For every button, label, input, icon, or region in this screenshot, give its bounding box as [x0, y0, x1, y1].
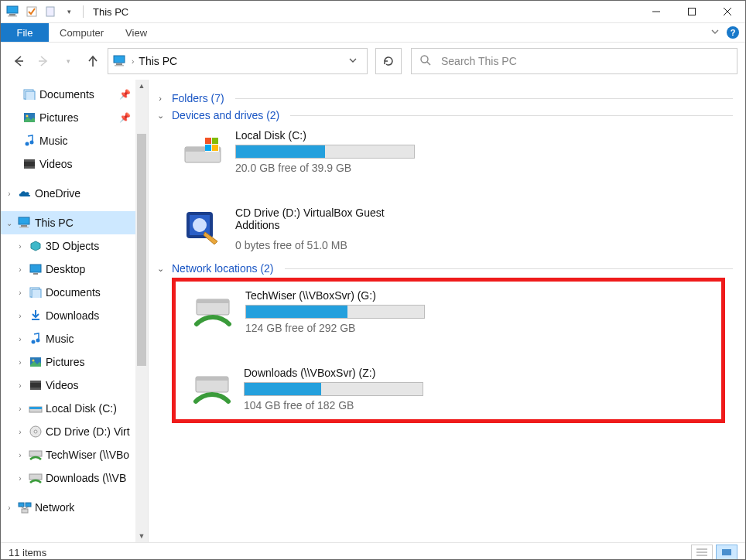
3dobjects-icon: [29, 239, 43, 253]
refresh-button[interactable]: [375, 48, 402, 74]
qat-dropdown-icon[interactable]: ▾: [61, 4, 77, 19]
tree-network[interactable]: › Network: [1, 496, 135, 519]
scrollbar-thumb[interactable]: [137, 134, 146, 366]
close-button[interactable]: [710, 1, 745, 22]
view-details-button[interactable]: [691, 545, 713, 560]
svg-point-34: [32, 340, 36, 344]
collapse-icon[interactable]: ⌄: [4, 219, 15, 227]
tree-downloads[interactable]: ›Downloads: [1, 304, 135, 327]
videos-icon: [29, 378, 43, 392]
title-separator: [83, 5, 84, 18]
tree-network-drive-g[interactable]: ›TechWiser (\\VBo: [1, 443, 135, 466]
svg-rect-47: [19, 503, 24, 507]
capacity-bar: [245, 305, 425, 319]
address-history-dropdown[interactable]: [344, 56, 362, 67]
quick-access-documents[interactable]: Documents 📌: [1, 83, 135, 106]
tree-desktop[interactable]: ›Desktop: [1, 258, 135, 281]
svg-rect-2: [8, 15, 17, 17]
computer-tab[interactable]: Computer: [49, 23, 115, 42]
network-icon: [18, 500, 32, 514]
tree-pictures[interactable]: ›Pictures: [1, 350, 135, 374]
tree-onedrive[interactable]: › OneDrive: [1, 182, 135, 205]
address-bar[interactable]: › This PC: [108, 48, 368, 74]
tree-local-disk[interactable]: ›Local Disk (C:): [1, 397, 135, 420]
network-drive-g[interactable]: TechWiser (\\VBoxSvr) (G:) 124 GB free o…: [188, 285, 457, 339]
drive-name: CD Drive (D:) VirtualBox Guest Additions: [235, 207, 429, 231]
svg-rect-65: [196, 377, 228, 381]
capacity-bar: [235, 145, 415, 159]
breadcrumb-location[interactable]: This PC: [139, 55, 177, 67]
svg-rect-69: [722, 549, 731, 555]
expand-icon[interactable]: ›: [4, 190, 15, 198]
drive-name: Local Disk (C:): [235, 129, 475, 142]
network-drive-z[interactable]: Downloads (\\VBoxSvr) (Z:) 104 GB free o…: [188, 362, 426, 416]
tree-3d-objects[interactable]: ›3D Objects: [1, 234, 135, 258]
drive-local-disk-c[interactable]: Local Disk (C:) 20.0 GB free of 39.9 GB: [178, 125, 478, 179]
pictures-icon: [22, 111, 36, 125]
svg-rect-49: [22, 509, 28, 513]
svg-point-35: [36, 339, 40, 343]
onedrive-icon: [18, 186, 32, 200]
quick-access-videos[interactable]: Videos: [1, 152, 135, 176]
qat-properties-icon[interactable]: [24, 4, 39, 19]
scroll-down-icon[interactable]: ▼: [135, 530, 148, 542]
status-item-count: 11 items: [9, 547, 46, 558]
svg-point-15: [421, 56, 428, 63]
svg-point-44: [34, 430, 37, 433]
view-tab[interactable]: View: [115, 23, 158, 42]
quick-access-pictures[interactable]: Pictures 📌: [1, 106, 135, 129]
svg-rect-13: [116, 63, 122, 65]
documents-icon: [29, 285, 43, 299]
svg-point-22: [30, 141, 34, 145]
tree-this-pc[interactable]: ⌄ This PC: [1, 211, 135, 234]
pictures-icon: [29, 355, 43, 369]
svg-rect-1: [9, 14, 15, 15]
cd-drive-icon: [181, 207, 224, 250]
drive-cd-d[interactable]: CD Drive (D:) VirtualBox Guest Additions…: [178, 202, 432, 256]
scroll-up-icon[interactable]: ▲: [135, 80, 148, 92]
view-large-icons-button[interactable]: [716, 545, 737, 560]
svg-rect-18: [26, 91, 35, 100]
svg-rect-32: [32, 289, 41, 298]
drive-free-text: 104 GB free of 182 GB: [244, 399, 423, 411]
tree-network-drive-z[interactable]: ›Downloads (\\VB: [1, 466, 135, 490]
tree-documents[interactable]: ›Documents: [1, 281, 135, 304]
search-box[interactable]: [411, 48, 737, 74]
group-network[interactable]: ⌄ Network locations (2): [155, 262, 733, 275]
group-devices[interactable]: ⌄ Devices and drives (2): [155, 109, 733, 121]
search-input[interactable]: [440, 54, 729, 68]
videos-icon: [22, 157, 36, 171]
pc-icon: [113, 54, 127, 68]
qat-new-icon[interactable]: [43, 4, 58, 19]
content-pane: › Folders (7) ⌄ Devices and drives (2) L…: [149, 80, 745, 542]
recent-dropdown[interactable]: ▾: [58, 51, 78, 71]
breadcrumb-caret-icon[interactable]: ›: [132, 57, 134, 66]
ribbon-collapse-icon[interactable]: [710, 26, 720, 39]
up-button[interactable]: [83, 51, 103, 71]
svg-rect-46: [29, 474, 42, 480]
tree-cd-drive[interactable]: ›CD Drive (D:) Virt: [1, 420, 135, 443]
forward-button[interactable]: [33, 51, 53, 71]
window-title: This PC: [90, 6, 128, 18]
group-folders[interactable]: › Folders (7): [155, 92, 733, 104]
svg-rect-27: [21, 225, 27, 227]
network-drive-icon: [191, 289, 234, 333]
svg-point-61: [193, 218, 207, 232]
svg-rect-39: [30, 381, 41, 383]
pin-icon: 📌: [119, 112, 131, 123]
chevron-right-icon: ›: [155, 94, 166, 103]
drive-name: TechWiser (\\VBoxSvr) (G:): [245, 289, 454, 302]
search-icon: [419, 54, 432, 69]
tree-music[interactable]: ›Music: [1, 327, 135, 350]
app-icon: [5, 4, 21, 19]
music-icon: [22, 134, 36, 148]
back-button[interactable]: [9, 51, 29, 71]
minimize-button[interactable]: [638, 1, 674, 22]
file-tab[interactable]: File: [1, 23, 49, 42]
maximize-button[interactable]: [674, 1, 710, 22]
tree-videos[interactable]: ›Videos: [1, 374, 135, 397]
help-button[interactable]: ?: [727, 26, 739, 39]
sidebar-scrollbar[interactable]: ▲ ▼: [135, 80, 148, 542]
quick-access-music[interactable]: Music: [1, 129, 135, 152]
drive-free-text: 124 GB free of 292 GB: [245, 322, 454, 334]
